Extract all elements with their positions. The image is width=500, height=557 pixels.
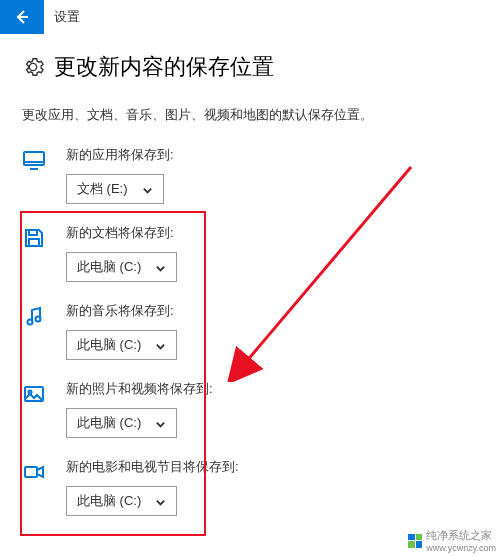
music-note-icon (22, 304, 50, 332)
page-content: 更改新内容的保存位置 更改应用、文档、音乐、图片、视频和地图的默认保存位置。 新… (0, 34, 500, 516)
svg-rect-9 (25, 467, 37, 477)
apps-label: 新的应用将保存到: (66, 146, 478, 164)
watermark-url: www.ycwnzy.com (426, 543, 496, 553)
title-bar: 设置 (0, 0, 500, 34)
photos-label: 新的照片和视频将保存到: (66, 380, 478, 398)
svg-point-5 (28, 320, 33, 325)
setting-row-movies: 新的电影和电视节目将保存到: 此电脑 (C:) (22, 458, 478, 516)
music-label: 新的音乐将保存到: (66, 302, 478, 320)
documents-label: 新的文档将保存到: (66, 224, 478, 242)
back-button[interactable] (0, 0, 44, 34)
chevron-down-icon (155, 496, 166, 507)
chevron-down-icon (155, 418, 166, 429)
watermark-text: 纯净系统之家 (426, 528, 496, 543)
monitor-icon (22, 148, 50, 176)
documents-dropdown[interactable]: 此电脑 (C:) (66, 252, 177, 282)
video-camera-icon (22, 460, 50, 488)
photos-dropdown[interactable]: 此电脑 (C:) (66, 408, 177, 438)
gear-icon (22, 56, 44, 78)
window-title: 设置 (44, 8, 80, 26)
save-icon (22, 226, 50, 254)
chevron-down-icon (142, 184, 153, 195)
logo-icon (408, 534, 422, 548)
svg-rect-0 (24, 152, 44, 165)
setting-row-photos: 新的照片和视频将保存到: 此电脑 (C:) (22, 380, 478, 438)
picture-icon (22, 382, 50, 410)
apps-dropdown[interactable]: 文档 (E:) (66, 174, 164, 204)
apps-dropdown-value: 文档 (E:) (77, 180, 128, 198)
svg-rect-4 (29, 239, 39, 246)
arrow-left-icon (14, 9, 30, 25)
movies-dropdown[interactable]: 此电脑 (C:) (66, 486, 177, 516)
svg-rect-3 (29, 230, 37, 235)
svg-point-6 (36, 317, 41, 322)
page-heading: 更改新内容的保存位置 (54, 52, 274, 82)
watermark: 纯净系统之家 www.ycwnzy.com (408, 528, 496, 553)
setting-row-documents: 新的文档将保存到: 此电脑 (C:) (22, 224, 478, 282)
page-subtitle: 更改应用、文档、音乐、图片、视频和地图的默认保存位置。 (22, 106, 478, 124)
chevron-down-icon (155, 340, 166, 351)
music-dropdown-value: 此电脑 (C:) (77, 336, 141, 354)
movies-label: 新的电影和电视节目将保存到: (66, 458, 478, 476)
music-dropdown[interactable]: 此电脑 (C:) (66, 330, 177, 360)
chevron-down-icon (155, 262, 166, 273)
movies-dropdown-value: 此电脑 (C:) (77, 492, 141, 510)
photos-dropdown-value: 此电脑 (C:) (77, 414, 141, 432)
setting-row-apps: 新的应用将保存到: 文档 (E:) (22, 146, 478, 204)
setting-row-music: 新的音乐将保存到: 此电脑 (C:) (22, 302, 478, 360)
documents-dropdown-value: 此电脑 (C:) (77, 258, 141, 276)
